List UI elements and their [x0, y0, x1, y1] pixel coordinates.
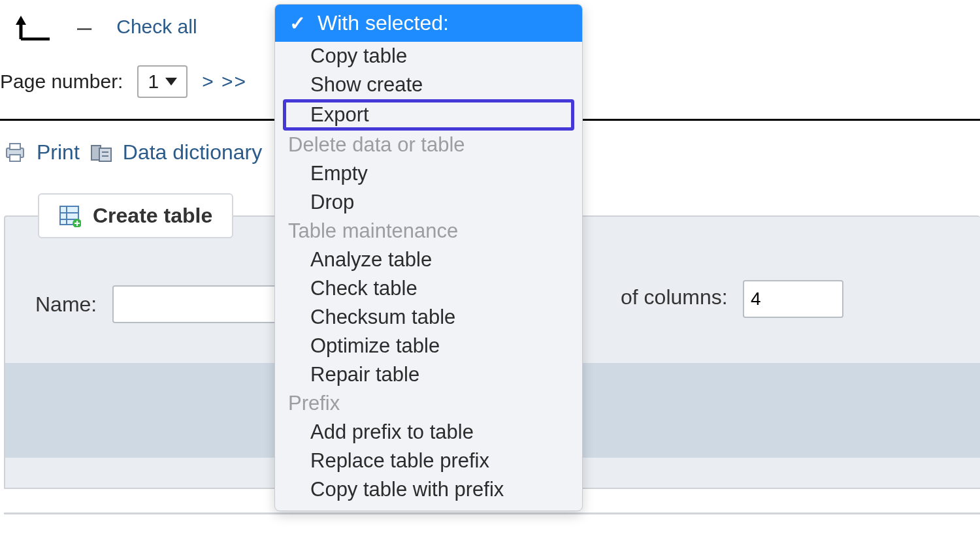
dropdown-item-optimize[interactable]: Optimize table — [275, 332, 582, 360]
dropdown-item-show-create[interactable]: Show create — [275, 71, 582, 99]
corner-up-arrow-icon — [13, 13, 52, 40]
print-icon — [4, 142, 26, 164]
with-selected-dropdown[interactable]: ✓ With selected: Copy table Show create … — [274, 4, 583, 511]
dropdown-item-check[interactable]: Check table — [275, 274, 582, 303]
create-table-tab[interactable]: Create table — [38, 193, 233, 238]
dropdown-header-label: With selected: — [318, 11, 449, 35]
dropdown-group-maintenance: Table maintenance — [275, 217, 582, 245]
next-page-link[interactable]: > >> — [202, 71, 247, 93]
caret-down-icon — [165, 78, 177, 86]
dropdown-item-drop[interactable]: Drop — [275, 188, 582, 217]
dropdown-item-add-prefix[interactable]: Add prefix to table — [275, 418, 582, 447]
create-table-icon — [59, 205, 81, 227]
svg-rect-1 — [10, 144, 20, 150]
page-number-label: Page number: — [0, 71, 123, 93]
checkmark-icon: ✓ — [289, 12, 306, 35]
check-all-link[interactable]: Check all — [116, 16, 197, 38]
svg-rect-4 — [99, 148, 111, 161]
uncheck-icon[interactable]: – — [77, 14, 91, 40]
table-name-input[interactable] — [112, 285, 285, 323]
page-number-select[interactable]: 1 — [137, 65, 188, 98]
dropdown-item-analyze[interactable]: Analyze table — [275, 245, 582, 274]
dropdown-group-delete: Delete data or table — [275, 131, 582, 159]
dropdown-header[interactable]: ✓ With selected: — [275, 5, 582, 42]
svg-rect-2 — [10, 155, 20, 161]
dropdown-item-replace-prefix[interactable]: Replace table prefix — [275, 447, 582, 475]
data-dictionary-icon — [90, 142, 112, 164]
dropdown-item-checksum[interactable]: Checksum table — [275, 303, 582, 332]
dropdown-item-repair[interactable]: Repair table — [275, 360, 582, 389]
bottom-divider — [4, 512, 980, 514]
dropdown-item-export[interactable]: Export — [284, 101, 573, 129]
columns-count-input[interactable] — [743, 280, 843, 318]
page-number-value: 1 — [148, 71, 159, 93]
columns-label: of columns: — [621, 285, 728, 309]
print-link[interactable]: Print — [37, 140, 80, 165]
dropdown-item-copy-prefix[interactable]: Copy table with prefix — [275, 475, 582, 504]
dropdown-item-empty[interactable]: Empty — [275, 159, 582, 188]
name-label: Name: — [35, 292, 97, 317]
create-table-label: Create table — [93, 204, 212, 228]
dropdown-item-copy-table[interactable]: Copy table — [275, 42, 582, 71]
dropdown-group-prefix: Prefix — [275, 389, 582, 418]
data-dictionary-link[interactable]: Data dictionary — [123, 140, 262, 165]
